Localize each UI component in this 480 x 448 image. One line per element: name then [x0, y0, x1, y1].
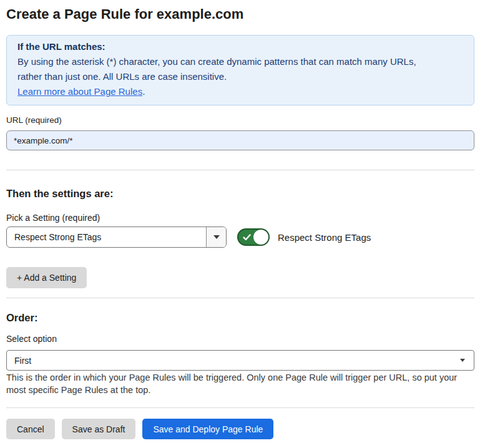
- setting-select-arrow-button[interactable]: [206, 227, 226, 247]
- check-icon: [243, 234, 251, 241]
- divider: [6, 170, 474, 170]
- setting-row: Respect Strong ETags Respect Strong ETag…: [6, 226, 474, 248]
- url-match-info-box: If the URL matches: By using the asteris…: [6, 35, 474, 105]
- cancel-button[interactable]: Cancel: [6, 419, 55, 439]
- toggle-knob: [253, 230, 268, 245]
- learn-more-link[interactable]: Learn more about Page Rules: [17, 86, 142, 97]
- info-box-body: By using the asterisk (*) character, you…: [17, 54, 426, 84]
- divider: [6, 407, 474, 408]
- save-draft-button[interactable]: Save as Draft: [62, 419, 136, 439]
- setting-select-value: Respect Strong ETags: [7, 232, 206, 242]
- save-deploy-button[interactable]: Save and Deploy Page Rule: [142, 419, 273, 439]
- order-select[interactable]: First: [6, 350, 474, 371]
- info-box-heading: If the URL matches:: [17, 39, 463, 54]
- order-help-text: This is the order in which your Page Rul…: [6, 371, 474, 396]
- order-select-value: First: [14, 356, 31, 366]
- url-label: URL (required): [6, 115, 474, 125]
- footer-actions: Cancel Save as Draft Save and Deploy Pag…: [6, 419, 474, 439]
- page-title: Create a Page Rule for example.com: [6, 7, 474, 21]
- toggle-label: Respect Strong ETags: [278, 232, 371, 243]
- setting-select[interactable]: Respect Strong ETags: [6, 226, 227, 248]
- order-heading: Order:: [6, 313, 474, 323]
- info-box-link-line: Learn more about Page Rules.: [17, 84, 463, 99]
- divider: [6, 298, 474, 298]
- order-select-label: Select option: [6, 334, 474, 344]
- setting-toggle[interactable]: [237, 228, 270, 246]
- chevron-down-icon: [213, 235, 220, 239]
- pick-setting-label: Pick a Setting (required): [6, 213, 474, 223]
- link-suffix: .: [142, 86, 145, 97]
- chevron-down-icon: [460, 359, 465, 362]
- create-page-rule-form: Create a Page Rule for example.com If th…: [0, 7, 480, 439]
- settings-heading: Then the settings are:: [6, 188, 474, 199]
- add-setting-button[interactable]: + Add a Setting: [6, 267, 87, 288]
- url-input[interactable]: [6, 130, 474, 150]
